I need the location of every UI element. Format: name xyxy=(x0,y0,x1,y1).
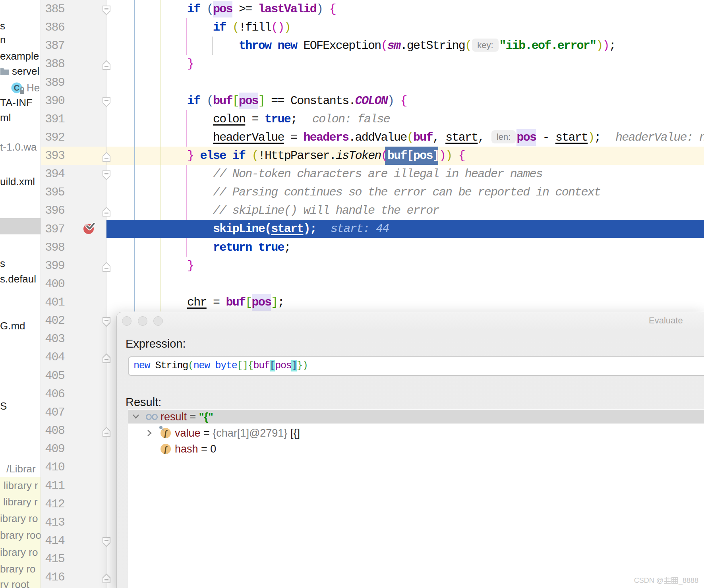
svg-text:C: C xyxy=(14,83,19,92)
